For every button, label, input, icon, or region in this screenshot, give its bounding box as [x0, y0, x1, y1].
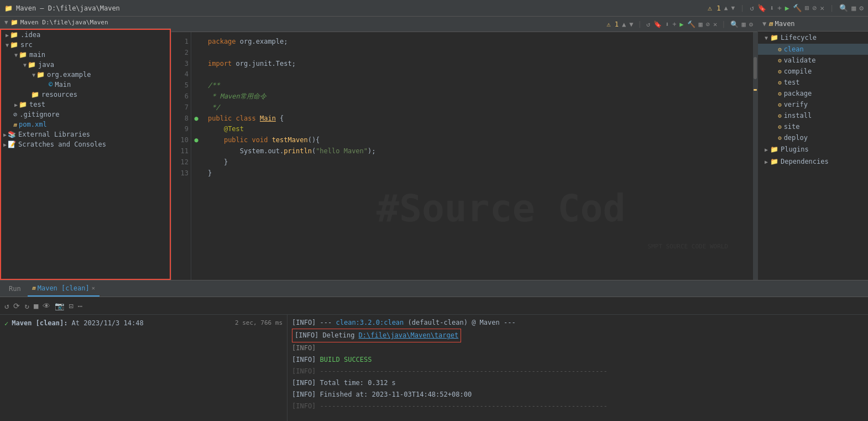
code-line-6: * Maven常用命令: [208, 91, 746, 102]
layout-icon[interactable]: ⊞: [805, 4, 809, 12]
editor-scrollbar[interactable]: [753, 32, 757, 280]
close-icon[interactable]: ✕: [820, 4, 824, 12]
plugins-label: Plugins: [781, 145, 809, 153]
expand-icon[interactable]: ⊡: [69, 302, 73, 310]
chevron-down-icon[interactable]: ▼: [731, 4, 735, 12]
editor-layout-icon[interactable]: ▦: [699, 20, 703, 28]
project-header[interactable]: ▼ 📁 Maven D:\file\java\Maven: [0, 17, 171, 29]
download-icon[interactable]: ⬇: [770, 4, 774, 12]
tree-item-scratches[interactable]: ▶ 📝 Scratches and Consoles: [1, 139, 170, 149]
build-icon[interactable]: 🔨: [793, 4, 802, 12]
tree-item-pom[interactable]: m pom.xml: [1, 119, 170, 129]
run-item-label: Maven [clean]: At 2023/11/3 14:48: [12, 319, 143, 327]
editor-area[interactable]: #Source Cod SMPT SOURCE CODE WORLD 12345…: [171, 32, 757, 280]
tree-item-org-example[interactable]: ▼ 📁 org.example: [1, 70, 170, 80]
target-link[interactable]: D:\file\java\Maven\target: [359, 331, 459, 339]
out-line-2: [INFO] Deleting D:\file\java\Maven\targe…: [292, 329, 864, 342]
maven-item-verify[interactable]: ⚙ verify: [758, 99, 868, 110]
tree-item-test[interactable]: ▶ 📁 test: [1, 100, 170, 110]
tab-run[interactable]: Run: [4, 282, 25, 296]
app-container: 📁 Maven – D:\file\java\Maven ⚠ 1 ▲ ▼ | ↺…: [0, 0, 868, 421]
maven-item-site[interactable]: ⚙ site: [758, 121, 868, 132]
scrollbar-thumb[interactable]: [754, 57, 757, 79]
maven-expand-icon: ▼: [762, 20, 766, 28]
run-item-info: Maven [clean]: At 2023/11/3 14:48: [12, 319, 143, 327]
search-icon[interactable]: 🔍: [839, 4, 848, 12]
warning-icon[interactable]: ⚠ 1: [708, 4, 720, 12]
stop-icon[interactable]: ■: [34, 302, 38, 310]
tab-maven-clean[interactable]: m Maven [clean] ✕: [28, 281, 100, 297]
maven-item-test[interactable]: ⚙ test: [758, 77, 868, 88]
editor-bookmark-icon[interactable]: 🔖: [653, 20, 662, 28]
code-line-4: [208, 69, 746, 80]
maven-item-deploy[interactable]: ⚙ deploy: [758, 132, 868, 143]
maven-header[interactable]: ▼ m Maven: [758, 17, 868, 32]
clean-label: clean: [784, 45, 804, 53]
code-content[interactable]: package org.example; import org.junit.Te…: [201, 32, 753, 280]
tree-item-main[interactable]: ▼ 📁 main: [1, 50, 170, 60]
panel-icon[interactable]: ▦: [851, 4, 856, 12]
bookmark-icon[interactable]: 🔖: [757, 4, 766, 12]
verify-label: verify: [784, 101, 808, 108]
toolbar-actions: ⚠ 1 ▲ ▼ | ↺ 🔖 ⬇ + ▶ 🔨 ⊞ ⊘ ✕ | 🔍 ▦ ⚙: [708, 4, 864, 12]
rerun2-icon[interactable]: ⟳: [13, 302, 20, 310]
output-panel[interactable]: [INFO] --- clean:3.2.0:clean (default-cl…: [287, 315, 868, 421]
gear-icon[interactable]: ⚙: [859, 4, 864, 12]
add-icon[interactable]: +: [777, 4, 782, 12]
code-line-9: @Test: [208, 124, 746, 135]
tab-close-icon[interactable]: ✕: [92, 285, 95, 291]
bottom-toolbar: ↺ ⟳ ↻ ■ 👁 📷 ⊡ ⋯: [0, 297, 868, 315]
pom-icon: m: [13, 122, 17, 128]
editor-add-icon[interactable]: +: [672, 20, 676, 28]
maven-item-package[interactable]: ⚙ package: [758, 88, 868, 99]
tree-item-src[interactable]: ▼ 📁 src: [1, 40, 170, 50]
src-folder-icon: 📁: [10, 41, 18, 49]
org-example-label: org.example: [47, 71, 91, 79]
maven-item-clean[interactable]: ⚙ clean: [758, 44, 868, 55]
plugins-folder-icon: 📁: [770, 145, 778, 153]
tree-item-gitignore[interactable]: ⊘ .gitignore: [1, 110, 170, 119]
camera-icon[interactable]: 📷: [55, 302, 64, 310]
maven-plugins-header[interactable]: ▶ 📁 Plugins: [758, 143, 868, 155]
dependencies-arrow-icon: ▶: [765, 159, 768, 165]
code-line-13: }: [208, 168, 746, 179]
maven-dependencies-header[interactable]: ▶ 📁 Dependencies: [758, 155, 868, 168]
tree-item-java[interactable]: ▼ 📁 java: [1, 60, 170, 70]
editor-hammer-icon[interactable]: 🔨: [687, 20, 696, 28]
editor-close-icon2[interactable]: ✕: [713, 20, 717, 28]
tree-item-resources[interactable]: 📁 resources: [1, 90, 170, 100]
editor-up-icon[interactable]: ▲: [622, 20, 626, 28]
editor-gear-icon[interactable]: ⚙: [749, 20, 753, 28]
code-line-2: [208, 48, 746, 59]
editor-dl-icon[interactable]: ⬇: [665, 20, 669, 28]
bottom-tabs-bar: Run m Maven [clean] ✕: [0, 280, 868, 297]
more-icon[interactable]: ⋯: [78, 302, 82, 310]
maven-item-compile[interactable]: ⚙ compile: [758, 66, 868, 77]
maven-lifecycle-header[interactable]: ▼ 📁 Lifecycle: [758, 32, 868, 44]
rerun-icon[interactable]: ↺: [4, 302, 9, 310]
chevron-up-icon[interactable]: ▲: [724, 4, 728, 12]
scratches-label: Scratches and Consoles: [18, 141, 106, 148]
stop-circle-icon[interactable]: ⊘: [812, 4, 817, 12]
tree-item-main-class[interactable]: © Main: [1, 80, 170, 90]
editor-search-icon[interactable]: 🔍: [730, 20, 739, 28]
run-icon[interactable]: ▶: [785, 4, 789, 12]
tree-item-ext-libs[interactable]: ▶ 📚 External Libraries: [1, 129, 170, 139]
editor-run-btn[interactable]: ▶: [679, 20, 683, 28]
editor-block-icon[interactable]: ⊘: [706, 20, 710, 28]
code-line-3: import org.junit.Test;: [208, 59, 746, 70]
main-label: main: [29, 51, 45, 59]
editor-sync-icon[interactable]: ↺: [646, 20, 650, 28]
eye-icon[interactable]: 👁: [43, 302, 50, 310]
editor-down-icon[interactable]: ▼: [629, 20, 633, 28]
run-item-maven-clean[interactable]: ✓ Maven [clean]: At 2023/11/3 14:48 2 se…: [0, 317, 287, 330]
main-arrow-icon: ▼: [14, 52, 18, 58]
line-indicators: ● ●: [191, 32, 201, 280]
editor-panel-icon[interactable]: ▦: [742, 20, 746, 28]
tree-item-idea[interactable]: ▶ 📁 .idea: [1, 30, 170, 40]
editor-warning-icon[interactable]: ⚠ 1: [606, 20, 619, 28]
maven-item-validate[interactable]: ⚙ validate: [758, 55, 868, 66]
maven-item-install[interactable]: ⚙ install: [758, 110, 868, 121]
rerun3-icon[interactable]: ↻: [24, 302, 29, 310]
refresh-icon[interactable]: ↺: [750, 4, 754, 12]
